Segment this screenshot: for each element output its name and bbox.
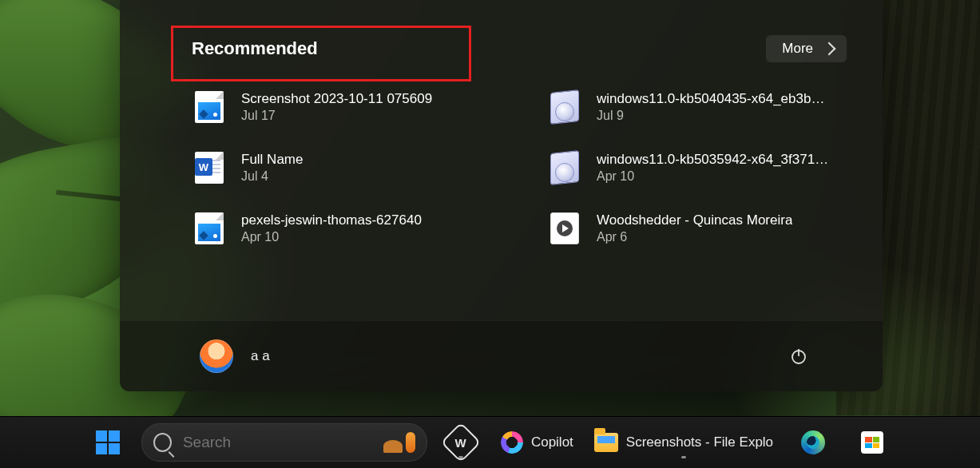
- start-button[interactable]: [82, 423, 133, 462]
- recommended-item[interactable]: Woodshedder - Quincas Moreira Apr 6: [547, 209, 879, 248]
- user-account-button[interactable]: a a: [192, 335, 278, 378]
- recommended-item-name: windows11.0-kb5035942-x64_3f371…: [597, 152, 828, 168]
- recommended-item[interactable]: windows11.0-kb5040435-x64_eb3b… Jul 9: [547, 88, 879, 126]
- recommended-heading: Recommended: [192, 38, 318, 59]
- search-icon: [153, 433, 172, 452]
- image-file-icon: [195, 91, 224, 123]
- recommended-item-name: Screenshot 2023-10-11 075609: [241, 91, 432, 107]
- taskbar-store-button[interactable]: [847, 423, 898, 462]
- search-input[interactable]: [181, 433, 374, 452]
- windows-logo-icon: [96, 430, 120, 454]
- recommended-item-name: Woodshedder - Quincas Moreira: [597, 212, 792, 228]
- image-file-icon: [195, 212, 224, 244]
- taskbar-search[interactable]: [141, 423, 427, 462]
- taskbar-file-explorer-button[interactable]: Screenshots - File Explo: [588, 423, 780, 462]
- taskbar-edge-button[interactable]: [788, 423, 839, 462]
- word-file-icon: W: [195, 152, 224, 184]
- update-package-icon: [550, 91, 579, 123]
- start-menu-panel: Recommended More Screenshot 2023-10-11 0…: [120, 0, 883, 391]
- power-button[interactable]: [787, 344, 811, 368]
- file-explorer-label: Screenshots - File Explo: [626, 434, 773, 450]
- recommended-more-button[interactable]: More: [766, 35, 847, 62]
- recommended-grid: Screenshot 2023-10-11 075609 Jul 17 wind…: [192, 88, 879, 248]
- more-button-label: More: [782, 41, 813, 57]
- copilot-icon: [501, 431, 523, 454]
- recommended-item[interactable]: pexels-jeswin-thomas-627640 Apr 10: [192, 209, 523, 248]
- recommended-item-date: Apr 10: [241, 230, 422, 244]
- search-highlight-icon: [383, 432, 415, 453]
- recommended-item-date: Apr 10: [597, 169, 828, 184]
- recommended-item[interactable]: Screenshot 2023-10-11 075609 Jul 17: [192, 88, 523, 126]
- avatar: [200, 339, 233, 373]
- taskbar: W Copilot Screenshots - File Explo: [0, 416, 980, 468]
- update-package-icon: [550, 152, 579, 184]
- recommended-item-date: Jul 4: [241, 169, 303, 184]
- taskbar-copilot-button[interactable]: Copilot: [494, 423, 580, 462]
- recommended-item-date: Jul 17: [241, 109, 432, 123]
- start-menu-footer: a a: [120, 320, 883, 391]
- power-icon: [789, 347, 808, 366]
- recommended-item-name: pexels-jeswin-thomas-627640: [241, 212, 422, 228]
- recommended-item-date: Jul 9: [597, 109, 824, 123]
- media-file-icon: [550, 212, 579, 244]
- recommended-item-name: Full Name: [241, 152, 303, 168]
- recommended-item[interactable]: windows11.0-kb5035942-x64_3f371… Apr 10: [547, 149, 879, 187]
- recommended-item-name: windows11.0-kb5040435-x64_eb3b…: [597, 91, 824, 107]
- chevron-right-icon: [823, 42, 836, 56]
- copilot-label: Copilot: [531, 434, 573, 450]
- recommended-item[interactable]: W Full Name Jul 4: [192, 149, 523, 187]
- recommended-item-date: Apr 6: [597, 230, 792, 244]
- user-name-label: a a: [251, 348, 270, 364]
- microsoft-store-icon: [861, 431, 883, 454]
- taskbar-app-whiteboard[interactable]: W: [435, 423, 486, 462]
- edge-icon: [801, 430, 825, 454]
- folder-icon: [594, 433, 618, 452]
